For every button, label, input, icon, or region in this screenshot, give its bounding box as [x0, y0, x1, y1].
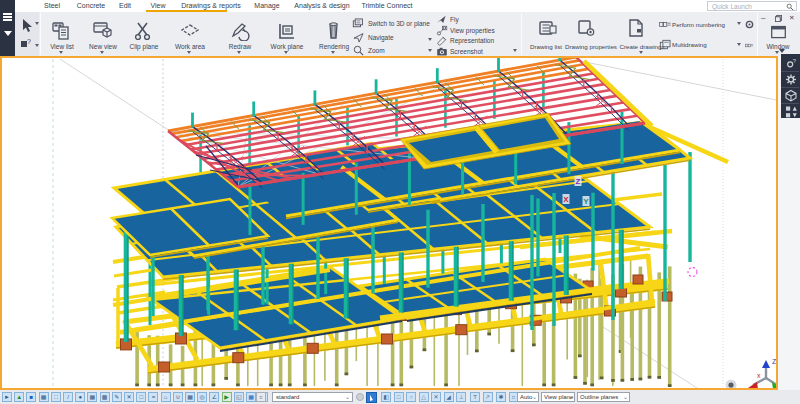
svg-text:?: ? [793, 58, 797, 64]
svg-text:Z: Z [576, 177, 581, 186]
svg-text:Z: Z [772, 358, 776, 365]
svg-text:X: X [563, 195, 569, 204]
svg-text:x: x [757, 372, 761, 379]
svg-text:Y: Y [583, 197, 589, 206]
